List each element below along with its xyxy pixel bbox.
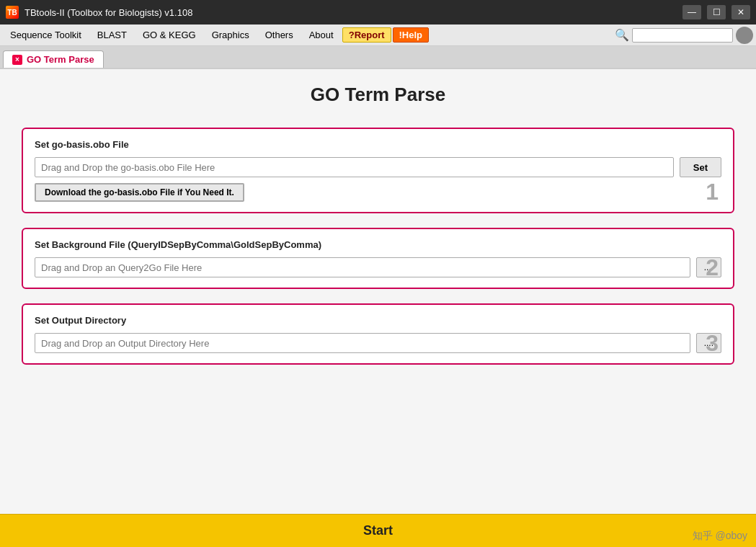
menu-bar: Sequence Toolkit BLAST GO & KEGG Graphic… (0, 25, 756, 46)
watermark: 知乎 @oboy (693, 530, 747, 543)
menu-others[interactable]: Others (258, 27, 301, 43)
menu-help[interactable]: !Help (393, 27, 430, 43)
output-dir-input[interactable] (35, 333, 690, 353)
download-go-basis-button[interactable]: Download the go-basis.obo File if You Ne… (35, 183, 244, 202)
page-title: GO Term Parse (22, 84, 734, 106)
window-controls: — ☐ ✕ (682, 5, 750, 19)
search-container: 🔍 (615, 27, 753, 44)
search-input[interactable] (632, 28, 733, 43)
tab-bar: × GO Term Parse (0, 46, 756, 69)
title-bar: TB TBtools-II (Toolbox for Biologists) v… (0, 0, 756, 25)
main-content: GO Term Parse Set go-basis.obo File Set … (0, 69, 756, 514)
set-file-button[interactable]: Set (680, 157, 721, 177)
window-title: TBtools-II (Toolbox for Biologists) v1.1… (25, 7, 682, 18)
menu-about[interactable]: About (302, 27, 341, 43)
bottom-bar: Start 知乎 @oboy (0, 514, 756, 547)
tab-label: GO Term Parse (27, 54, 94, 65)
minimize-button[interactable]: — (682, 5, 701, 19)
go-basis-file-input[interactable] (35, 157, 674, 177)
menu-graphics[interactable]: Graphics (205, 27, 257, 43)
tab-go-term-parse[interactable]: × GO Term Parse (3, 50, 104, 68)
section-2-box: Set Background File (QueryIDSepByComma\G… (22, 228, 734, 289)
section-2-label: Set Background File (QueryIDSepByComma\G… (35, 239, 721, 250)
app-icon: TB (6, 6, 19, 19)
maximize-button[interactable]: ☐ (707, 5, 726, 19)
menu-go-kegg[interactable]: GO & KEGG (135, 27, 203, 43)
search-icon-button[interactable]: 🔍 (615, 28, 629, 42)
section-3-input-row: .... (35, 333, 721, 353)
section-2-number: 2 (706, 256, 719, 279)
menu-blast[interactable]: BLAST (90, 27, 134, 43)
section-3-label: Set Output Directory (35, 315, 721, 326)
section-1-label: Set go-basis.obo File (35, 139, 721, 150)
section-3-number: 3 (706, 332, 719, 355)
close-button[interactable]: ✕ (731, 5, 750, 19)
section-1-box: Set go-basis.obo File Set Download the g… (22, 128, 734, 213)
background-file-input[interactable] (35, 257, 690, 277)
section-1-input-row: Set (35, 157, 721, 177)
start-button[interactable]: Start (363, 523, 393, 538)
tab-close-button[interactable]: × (12, 55, 22, 65)
menu-sequence-toolkit[interactable]: Sequence Toolkit (3, 27, 89, 43)
search-go-button[interactable] (736, 27, 753, 44)
section-3-box: Set Output Directory .... 3 (22, 303, 734, 365)
section-2-input-row: .... (35, 257, 721, 277)
menu-report[interactable]: ?Report (342, 27, 391, 43)
section-1-number: 1 (706, 180, 719, 203)
